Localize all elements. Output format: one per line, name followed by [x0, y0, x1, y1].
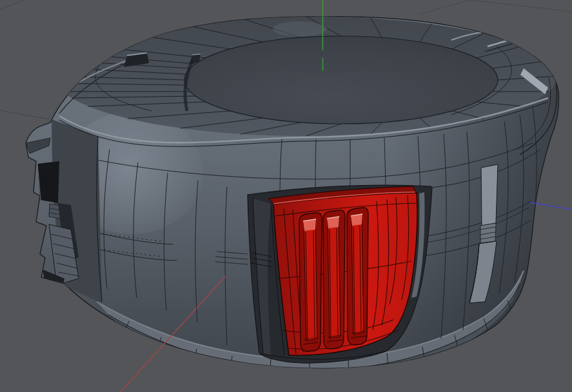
inset-column-upper: [481, 164, 498, 226]
viewport-3d[interactable]: [0, 0, 572, 392]
vent-slot: [323, 210, 345, 349]
top-disc-face: [184, 36, 498, 124]
vent-slot: [347, 208, 368, 345]
vent-slot: [299, 213, 322, 351]
